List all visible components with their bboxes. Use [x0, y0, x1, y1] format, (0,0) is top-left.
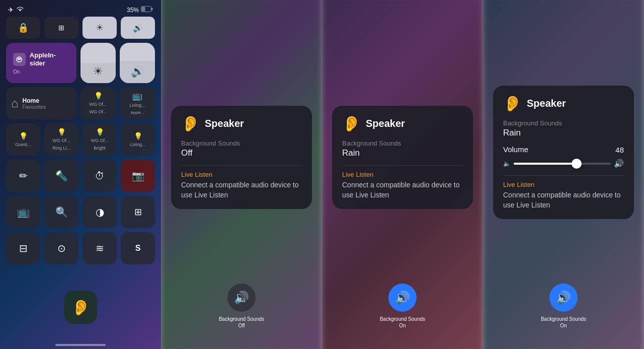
bg-sounds-icon-2: 🔊	[234, 291, 249, 305]
panel-2: 👂 Speaker Background Sounds Off Live Lis…	[161, 0, 322, 349]
wg-label-2: WG Of...	[53, 138, 70, 144]
bg-sounds-label-2: Background Sounds	[181, 139, 302, 147]
brightness-slider[interactable]: ☀	[80, 43, 116, 83]
wave-tile[interactable]: ≋	[83, 232, 117, 264]
timer-tile[interactable]: ⏱	[83, 160, 117, 192]
qr-tile[interactable]: ⊞	[121, 196, 155, 228]
live-listen-text-2: Connect a compatible audio device to use…	[181, 180, 302, 200]
wg-tile-1[interactable]: 💡 WG Of... WG Of...	[80, 87, 116, 119]
home-icon: ⌂	[11, 96, 19, 110]
volume-label-4: Volume	[503, 145, 528, 154]
living-tile-2[interactable]: 💡 Living...	[121, 123, 155, 156]
home-sub: Favourites	[23, 104, 46, 110]
lock-rotation-tile[interactable]: 🔒	[6, 17, 40, 39]
flashlight-tile[interactable]: 🔦	[44, 160, 78, 192]
wg-label-3: WG Of...	[91, 138, 109, 144]
remote-tile[interactable]: 📺	[6, 196, 40, 228]
shazam-tile[interactable]: S	[121, 232, 155, 264]
wg-sub-3: Bright	[94, 146, 106, 151]
screen-mirror-tile[interactable]: ⊞	[44, 17, 78, 39]
status-bar: ✈ 35%	[0, 0, 161, 17]
speaker-card-2: 👂 Speaker Background Sounds Off Live Lis…	[171, 106, 312, 209]
wg-tile-3[interactable]: 💡 WG Of... Bright	[83, 123, 117, 156]
divider-2	[181, 165, 302, 166]
home-name: Home	[23, 97, 46, 104]
pills-icon: ⊟	[19, 242, 28, 254]
bg-sounds-value-2: Off	[181, 148, 302, 158]
screen-mirror-icon: ⊞	[58, 24, 64, 32]
apple-insider-tile[interactable]: AppleIn-sider On	[6, 43, 76, 83]
volume-mini-icon: 🔊	[133, 23, 143, 33]
bg-sounds-icon-3: 🔊	[395, 291, 410, 305]
lock-rotation-icon: 🔒	[18, 22, 29, 33]
brightness-mini-tile[interactable]: ☀	[83, 17, 117, 39]
bg-sounds-btn-2[interactable]: 🔊	[227, 284, 256, 312]
volume-fill-4	[514, 163, 577, 165]
wg-icon-3: 💡	[96, 128, 104, 136]
shazam-icon: S	[135, 244, 141, 253]
circle-tile[interactable]: ⊙	[44, 232, 78, 264]
grayscale-icon: ◑	[96, 206, 104, 218]
bg-sounds-value-4: Rain	[503, 128, 624, 138]
bg-sounds-value-3: Rain	[342, 148, 463, 158]
bg-sounds-state-3: On	[399, 323, 406, 328]
hearing-icon: 👂	[71, 299, 90, 316]
living-tile-1[interactable]: 📺 Living... Apple...	[120, 87, 155, 119]
panel-1: ✈ 35%	[0, 0, 161, 349]
bg-sounds-text-4: Background Sounds	[541, 316, 586, 322]
qr-icon: ⊞	[134, 206, 142, 218]
volume-slider[interactable]: 🔊	[120, 43, 155, 83]
status-right: 35%	[127, 6, 153, 14]
guest-tile[interactable]: 💡 Guest...	[6, 123, 40, 156]
living-label-1: Living...	[129, 103, 145, 108]
volume-big-icon: 🔊	[131, 65, 144, 78]
speaker-card-3: 👂 Speaker Background Sounds Rain Live Li…	[332, 106, 473, 209]
bottom-section-3: 🔊 Background Sounds On	[322, 284, 483, 329]
speaker-high-icon-4: 🔊	[614, 159, 624, 168]
living-icon-2: 💡	[134, 132, 142, 140]
brightness-mini-icon: ☀	[96, 22, 104, 33]
divider-3	[342, 165, 463, 166]
pills-tile[interactable]: ⊟	[6, 232, 40, 264]
live-listen-text-3: Connect a compatible audio device to use…	[342, 180, 463, 200]
speaker-name-2: Speaker	[205, 118, 244, 129]
speaker-ear-icon-3: 👂	[342, 115, 361, 132]
apple-insider-icon	[13, 53, 26, 66]
live-listen-label-4: Live Listen	[503, 181, 624, 188]
apple-insider-status: On	[13, 69, 69, 75]
wg-sub-2: Ring Li...	[52, 146, 70, 151]
battery-pct: 35%	[127, 7, 139, 14]
apple-insider-name: AppleIn-sider	[30, 51, 69, 67]
hearing-tile[interactable]: 👂	[64, 291, 97, 324]
volume-slider-container-4: 🔈 🔊	[503, 159, 624, 168]
svg-rect-4	[18, 58, 21, 60]
bg-sounds-btn-4[interactable]: 🔊	[549, 284, 578, 312]
brightness-icon: ☀	[93, 65, 103, 78]
divider-4	[503, 175, 624, 176]
wg-icon-2: 💡	[57, 128, 66, 136]
bottom-section-4: 🔊 Background Sounds On	[483, 284, 644, 329]
volume-thumb-4[interactable]	[572, 159, 582, 169]
bg-sounds-text-3: Background Sounds	[380, 316, 425, 322]
timer-icon: ⏱	[95, 170, 105, 182]
guest-label: Guest...	[15, 142, 31, 148]
svg-rect-1	[151, 8, 153, 11]
wifi-icon	[17, 6, 24, 14]
bg-sounds-icon-4: 🔊	[556, 291, 571, 305]
wg-tile-2[interactable]: 💡 WG Of... Ring Li...	[44, 123, 78, 156]
wave-icon: ≋	[96, 242, 104, 254]
edit-tile[interactable]: ✏	[6, 160, 40, 192]
bg-sounds-btn-3[interactable]: 🔊	[388, 284, 417, 312]
home-indicator	[55, 344, 106, 346]
home-tile[interactable]: ⌂ Home Favourites	[6, 87, 76, 119]
volume-mini-tile[interactable]: 🔊	[121, 17, 155, 39]
grayscale-tile[interactable]: ◑	[83, 196, 117, 228]
status-left: ✈	[8, 6, 24, 14]
volume-track-4[interactable]	[514, 163, 611, 165]
camera-tile[interactable]: 📷	[121, 160, 155, 192]
magnify-tile[interactable]: 🔍	[44, 196, 78, 228]
bg-sounds-state-2: Off	[238, 323, 245, 328]
airplane-icon: ✈	[8, 6, 14, 14]
living-sub-1: Apple...	[130, 110, 144, 115]
magnify-icon: 🔍	[55, 206, 68, 218]
